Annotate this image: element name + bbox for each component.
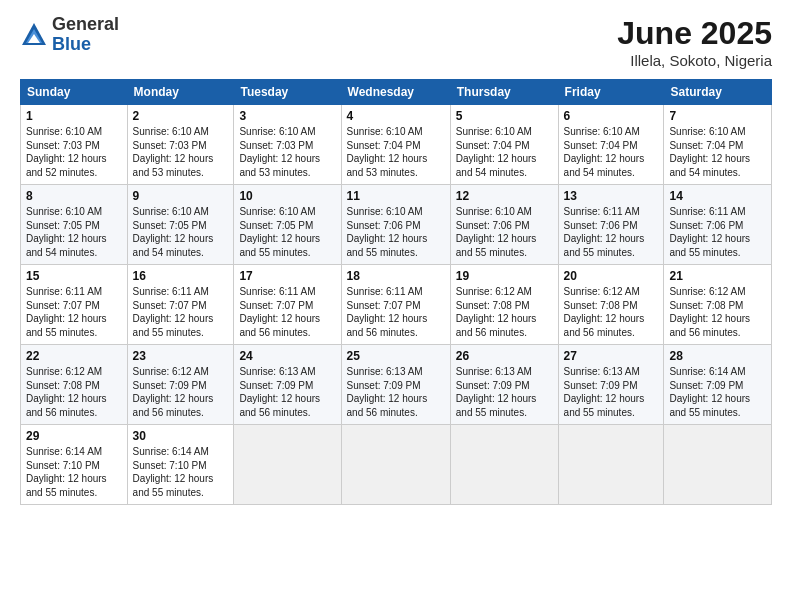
day-info: Sunrise: 6:12 AMSunset: 7:08 PMDaylight:… (669, 285, 766, 339)
day-number: 14 (669, 189, 766, 203)
day-number: 4 (347, 109, 445, 123)
table-row: 29Sunrise: 6:14 AMSunset: 7:10 PMDayligh… (21, 425, 128, 505)
day-number: 2 (133, 109, 229, 123)
table-row: 14Sunrise: 6:11 AMSunset: 7:06 PMDayligh… (664, 185, 772, 265)
day-number: 21 (669, 269, 766, 283)
day-number: 28 (669, 349, 766, 363)
col-wednesday: Wednesday (341, 80, 450, 105)
day-number: 23 (133, 349, 229, 363)
table-row: 11Sunrise: 6:10 AMSunset: 7:06 PMDayligh… (341, 185, 450, 265)
day-info: Sunrise: 6:14 AMSunset: 7:09 PMDaylight:… (669, 365, 766, 419)
day-number: 26 (456, 349, 553, 363)
day-number: 16 (133, 269, 229, 283)
col-tuesday: Tuesday (234, 80, 341, 105)
table-row: 27Sunrise: 6:13 AMSunset: 7:09 PMDayligh… (558, 345, 664, 425)
table-row: 22Sunrise: 6:12 AMSunset: 7:08 PMDayligh… (21, 345, 128, 425)
calendar-week-row: 15Sunrise: 6:11 AMSunset: 7:07 PMDayligh… (21, 265, 772, 345)
day-info: Sunrise: 6:13 AMSunset: 7:09 PMDaylight:… (239, 365, 335, 419)
table-row: 30Sunrise: 6:14 AMSunset: 7:10 PMDayligh… (127, 425, 234, 505)
day-info: Sunrise: 6:10 AMSunset: 7:04 PMDaylight:… (347, 125, 445, 179)
table-row (558, 425, 664, 505)
day-number: 24 (239, 349, 335, 363)
table-row (341, 425, 450, 505)
title-block: June 2025 Illela, Sokoto, Nigeria (617, 15, 772, 69)
day-number: 9 (133, 189, 229, 203)
day-number: 25 (347, 349, 445, 363)
table-row (450, 425, 558, 505)
table-row: 20Sunrise: 6:12 AMSunset: 7:08 PMDayligh… (558, 265, 664, 345)
day-info: Sunrise: 6:10 AMSunset: 7:05 PMDaylight:… (133, 205, 229, 259)
day-number: 13 (564, 189, 659, 203)
table-row: 9Sunrise: 6:10 AMSunset: 7:05 PMDaylight… (127, 185, 234, 265)
day-info: Sunrise: 6:11 AMSunset: 7:06 PMDaylight:… (669, 205, 766, 259)
logo-blue-text: Blue (52, 35, 119, 55)
day-number: 15 (26, 269, 122, 283)
col-saturday: Saturday (664, 80, 772, 105)
table-row: 12Sunrise: 6:10 AMSunset: 7:06 PMDayligh… (450, 185, 558, 265)
day-number: 7 (669, 109, 766, 123)
day-number: 6 (564, 109, 659, 123)
table-row: 28Sunrise: 6:14 AMSunset: 7:09 PMDayligh… (664, 345, 772, 425)
calendar-table: Sunday Monday Tuesday Wednesday Thursday… (20, 79, 772, 505)
table-row: 16Sunrise: 6:11 AMSunset: 7:07 PMDayligh… (127, 265, 234, 345)
logo-text: General Blue (52, 15, 119, 55)
table-row: 2Sunrise: 6:10 AMSunset: 7:03 PMDaylight… (127, 105, 234, 185)
table-row: 24Sunrise: 6:13 AMSunset: 7:09 PMDayligh… (234, 345, 341, 425)
day-number: 17 (239, 269, 335, 283)
day-info: Sunrise: 6:11 AMSunset: 7:07 PMDaylight:… (26, 285, 122, 339)
table-row: 6Sunrise: 6:10 AMSunset: 7:04 PMDaylight… (558, 105, 664, 185)
col-monday: Monday (127, 80, 234, 105)
calendar-page: General Blue June 2025 Illela, Sokoto, N… (0, 0, 792, 612)
day-info: Sunrise: 6:10 AMSunset: 7:03 PMDaylight:… (26, 125, 122, 179)
day-number: 30 (133, 429, 229, 443)
day-info: Sunrise: 6:11 AMSunset: 7:07 PMDaylight:… (133, 285, 229, 339)
day-number: 29 (26, 429, 122, 443)
day-info: Sunrise: 6:10 AMSunset: 7:03 PMDaylight:… (133, 125, 229, 179)
day-info: Sunrise: 6:12 AMSunset: 7:08 PMDaylight:… (456, 285, 553, 339)
location-subtitle: Illela, Sokoto, Nigeria (617, 52, 772, 69)
day-info: Sunrise: 6:10 AMSunset: 7:06 PMDaylight:… (456, 205, 553, 259)
table-row: 5Sunrise: 6:10 AMSunset: 7:04 PMDaylight… (450, 105, 558, 185)
table-row: 3Sunrise: 6:10 AMSunset: 7:03 PMDaylight… (234, 105, 341, 185)
day-info: Sunrise: 6:11 AMSunset: 7:07 PMDaylight:… (239, 285, 335, 339)
day-number: 27 (564, 349, 659, 363)
day-number: 11 (347, 189, 445, 203)
day-info: Sunrise: 6:10 AMSunset: 7:04 PMDaylight:… (564, 125, 659, 179)
day-info: Sunrise: 6:11 AMSunset: 7:06 PMDaylight:… (564, 205, 659, 259)
logo-general-text: General (52, 15, 119, 35)
day-info: Sunrise: 6:14 AMSunset: 7:10 PMDaylight:… (26, 445, 122, 499)
day-info: Sunrise: 6:13 AMSunset: 7:09 PMDaylight:… (347, 365, 445, 419)
day-info: Sunrise: 6:12 AMSunset: 7:08 PMDaylight:… (564, 285, 659, 339)
col-thursday: Thursday (450, 80, 558, 105)
calendar-week-row: 1Sunrise: 6:10 AMSunset: 7:03 PMDaylight… (21, 105, 772, 185)
logo: General Blue (20, 15, 119, 55)
table-row: 23Sunrise: 6:12 AMSunset: 7:09 PMDayligh… (127, 345, 234, 425)
col-friday: Friday (558, 80, 664, 105)
day-info: Sunrise: 6:10 AMSunset: 7:06 PMDaylight:… (347, 205, 445, 259)
table-row: 25Sunrise: 6:13 AMSunset: 7:09 PMDayligh… (341, 345, 450, 425)
col-sunday: Sunday (21, 80, 128, 105)
day-info: Sunrise: 6:12 AMSunset: 7:08 PMDaylight:… (26, 365, 122, 419)
day-info: Sunrise: 6:10 AMSunset: 7:05 PMDaylight:… (26, 205, 122, 259)
day-info: Sunrise: 6:12 AMSunset: 7:09 PMDaylight:… (133, 365, 229, 419)
day-number: 1 (26, 109, 122, 123)
table-row: 1Sunrise: 6:10 AMSunset: 7:03 PMDaylight… (21, 105, 128, 185)
day-number: 12 (456, 189, 553, 203)
table-row (664, 425, 772, 505)
table-row (234, 425, 341, 505)
table-row: 18Sunrise: 6:11 AMSunset: 7:07 PMDayligh… (341, 265, 450, 345)
day-number: 19 (456, 269, 553, 283)
day-number: 5 (456, 109, 553, 123)
calendar-week-row: 29Sunrise: 6:14 AMSunset: 7:10 PMDayligh… (21, 425, 772, 505)
day-number: 22 (26, 349, 122, 363)
calendar-header-row: Sunday Monday Tuesday Wednesday Thursday… (21, 80, 772, 105)
day-number: 8 (26, 189, 122, 203)
day-info: Sunrise: 6:14 AMSunset: 7:10 PMDaylight:… (133, 445, 229, 499)
table-row: 10Sunrise: 6:10 AMSunset: 7:05 PMDayligh… (234, 185, 341, 265)
day-info: Sunrise: 6:10 AMSunset: 7:04 PMDaylight:… (669, 125, 766, 179)
day-info: Sunrise: 6:10 AMSunset: 7:03 PMDaylight:… (239, 125, 335, 179)
table-row: 4Sunrise: 6:10 AMSunset: 7:04 PMDaylight… (341, 105, 450, 185)
day-number: 18 (347, 269, 445, 283)
logo-icon (20, 21, 48, 49)
day-info: Sunrise: 6:11 AMSunset: 7:07 PMDaylight:… (347, 285, 445, 339)
